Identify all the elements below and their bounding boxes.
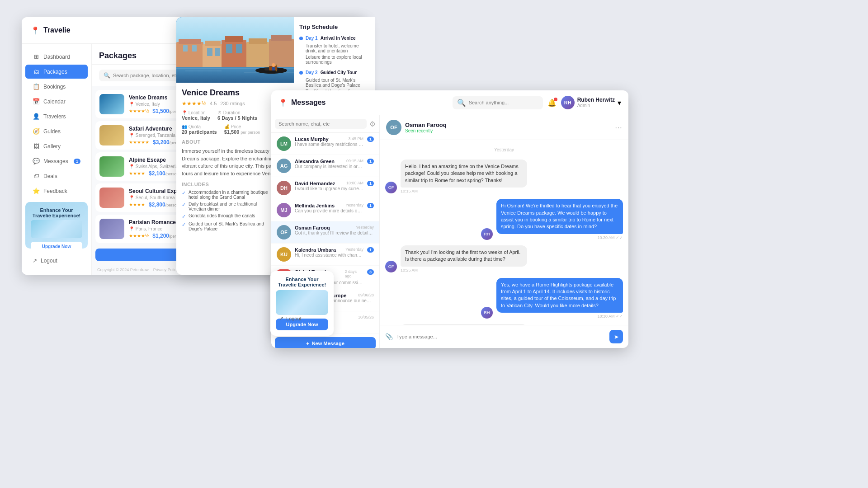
contact-info-kalendra: Kalendra Umbara Yesterday Hi, I need ass… [295,247,363,258]
contact-name-david: David Hernandez [295,181,335,186]
messages-logo-icon: 📍 [278,99,288,107]
gallery-icon: 🖼 [33,143,40,150]
sidebar-label-bookings: Bookings [43,84,66,90]
pkg-thumbnail-safari [99,125,124,145]
contact-david[interactable]: DH David Hernandez 10:00 AM I would like… [271,177,379,199]
location-val: Venice, Italy [182,115,210,121]
plus-msg-icon: + [306,341,309,346]
sidebar-item-gallery[interactable]: 🖼 Gallery [25,139,88,153]
chat-user-status: Seen recently [405,128,447,133]
pkg-stars-paris: ★★★★½ [129,233,149,238]
pkg-stars-venice: ★★★★½ [129,108,149,113]
calendar-icon: 📅 [33,98,40,105]
svg-rect-1 [176,42,203,69]
new-message-button[interactable]: + New Message [275,337,376,348]
sidebar-item-packages[interactable]: 🗂 Packages [25,65,88,79]
contact-unread-mellinda: 1 [367,203,374,208]
chat-menu-icon[interactable]: ⋯ [615,123,622,132]
detail-review-count: 230 ratings [220,101,245,106]
messages-user-role: Admin [577,103,615,108]
contact-time-mellinda: Yesterday [345,203,363,207]
filter-contacts-icon[interactable]: ⚙ [369,120,376,128]
sidebar-label-dashboard: Dashboard [43,54,70,60]
messages-avatar: RH [561,96,575,109]
contact-meta-alexandra: Alexandra Green 09:15 AM [295,159,363,164]
svg-rect-8 [215,48,220,56]
sidebar-item-guides[interactable]: 🧭 Guides [25,124,88,138]
contact-meta-osman: Osman Farooq Yesterday [295,225,374,230]
contact-lucas[interactable]: LM Lucas Murphy 3:45 PM I have some diet… [271,133,379,155]
messages-notification-button[interactable]: 🔔 [547,99,557,107]
contact-preview-mellinda: Can you provide more details on the Safa… [295,208,363,213]
dashboard-icon: ⊞ [33,53,40,60]
sidebar-item-bookings[interactable]: 📋 Bookings [25,80,88,94]
svg-rect-12 [236,44,242,53]
day-1-header: Day 1 Arrival in Venice [299,36,369,41]
logout-label-msg: Logout [286,316,302,321]
duration-val: 6 Days / 5 Nights [217,115,257,121]
quota-label: 👥 Quota [182,124,217,129]
messages-logo-text: Messages [291,99,326,107]
search-icon-msg: 🔍 [457,99,466,107]
day-1-name: Arrival in Venice [321,36,356,41]
detail-title: Venice Dreams [182,88,240,98]
contact-time-global: 2 days ago [345,269,363,278]
contact-time-lucas: 3:45 PM [348,136,363,141]
contact-avatar-osman: OF [277,225,291,239]
sidebar: ⊞ Dashboard 🗂 Packages 📋 Bookings 📅 Cale… [22,44,92,275]
msg-avatar-1: OF [385,182,397,193]
day-2-activity-1: Guided tour of St. Mark's Basilica and D… [299,78,369,88]
sidebar-item-deals[interactable]: 🏷 Deals [25,169,88,183]
privacy-link[interactable]: Privacy Policy [153,267,179,272]
svg-rect-10 [225,36,243,42]
contact-name-kalendra: Kalendra Umbara [295,247,336,253]
include-item-5: ✓ Gondola rides through the canals [182,213,270,220]
contact-time-brandon: 10/05/26 [358,315,374,319]
day-1-dot [299,37,303,40]
send-icon: ➤ [614,333,619,340]
contact-osman[interactable]: OF Osman Farooq Yesterday Got it, thank … [271,221,379,244]
contact-unread-global: 3 [367,269,374,275]
pkg-thumbnail-alpine [99,156,124,177]
contact-kalendra[interactable]: KU Kalendra Umbara Yesterday Hi, I need … [271,244,379,266]
chat-input[interactable] [396,334,606,339]
messages-logout[interactable]: ↗ Logout [279,315,302,321]
sidebar-item-travelers[interactable]: 👤 Travelers [25,109,88,123]
svg-rect-29 [272,67,275,70]
logout-icon-msg: ↗ [279,315,283,321]
check-icon-7: ✓ [182,222,186,228]
svg-point-28 [272,63,275,67]
include-item-3: ✓ Daily breakfast and one traditional Ve… [182,202,270,211]
svg-rect-16 [271,35,292,41]
pkg-stars-alpine: ★★★★ [129,171,145,176]
msg-bubble-4: Yes, we have a Rome Highlights package a… [496,278,623,313]
location-label: 📍 Location [182,110,210,115]
contact-alexandra[interactable]: AG Alexandra Green 09:15 AM Our company … [271,155,379,177]
upgrade-button[interactable]: Upgrade Now [31,242,82,249]
chat-send-button[interactable]: ➤ [609,330,623,343]
messages-search-input[interactable] [469,100,528,105]
pkg-stars-seoul: ★★★★ [129,202,145,207]
detail-quota: 👥 Quota 20 participants [182,124,217,135]
svg-rect-7 [207,48,212,56]
msg-time-1: 10:15 AM [401,189,527,193]
logout-button[interactable]: ↗ Logout [25,254,88,267]
sidebar-item-calendar[interactable]: 📅 Calendar [25,94,88,108]
deals-icon: 🏷 [33,173,40,179]
msg-content-2: Hi Osman! We're thrilled to hear that yo… [496,199,623,240]
sidebar-item-feedback[interactable]: ⭐ Feedback [25,184,88,198]
contact-mellinda[interactable]: MJ Mellinda Jenkins Yesterday Can you pr… [271,199,379,221]
day-2-dot [299,71,303,75]
pkg-thumbnail-paris [99,219,124,239]
sidebar-item-messages[interactable]: 💬 Messages 1 [25,154,88,168]
attach-icon[interactable]: 📎 [385,333,393,340]
svg-rect-3 [183,45,188,52]
contact-search-input[interactable] [275,119,367,129]
svg-rect-4 [192,45,197,52]
msg-content-4: Yes, we have a Rome Highlights package a… [496,278,623,319]
messages-user-chip[interactable]: RH Ruben Herwitz Admin ▾ [561,96,621,109]
contact-unread-lucas: 1 [367,136,374,142]
upgrade-card-image [31,220,82,238]
sidebar-item-dashboard[interactable]: ⊞ Dashboard [25,50,88,64]
upgrade-banner: Enhance Your Travelie Experience! Upgrad… [270,271,334,336]
